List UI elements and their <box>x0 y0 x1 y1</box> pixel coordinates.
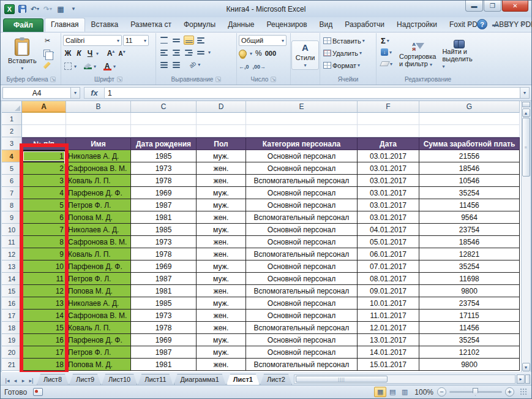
font-name-select[interactable]: Calibri▾ <box>63 35 122 46</box>
table-cell[interactable]: 35254 <box>419 334 520 346</box>
sheet-tab-Лист10[interactable]: Лист10 <box>102 374 137 385</box>
table-cell[interactable]: 1973 <box>131 310 197 322</box>
tab-Вставка[interactable]: Вставка <box>85 18 125 32</box>
table-cell[interactable]: муж. <box>197 346 246 359</box>
scroll-down-icon[interactable]: ▼ <box>522 363 530 371</box>
table-cell[interactable]: Петров Ф. Л. <box>66 273 131 285</box>
column-header-B[interactable]: B <box>66 101 131 113</box>
table-cell[interactable]: 23754 <box>419 224 520 236</box>
row-header-8[interactable]: 8 <box>2 199 22 211</box>
align-middle-button[interactable] <box>171 36 182 45</box>
macro-record-icon[interactable] <box>33 388 43 396</box>
table-cell[interactable]: 9564 <box>419 211 520 224</box>
zoom-out-icon[interactable]: − <box>437 387 446 397</box>
restore-button[interactable]: ❐ <box>484 1 501 12</box>
table-cell[interactable]: Вспомогательный персонал <box>246 175 358 187</box>
row-header-11[interactable]: 11 <box>2 236 22 248</box>
table-cell[interactable]: Парфенов Д. Ф. <box>66 260 131 273</box>
tab-Рецензиров[interactable]: Рецензиров <box>260 18 313 32</box>
table-cell[interactable]: 07.01.2017 <box>358 260 419 273</box>
sheet-tab-Лист11[interactable]: Лист11 <box>138 374 173 385</box>
minimize-button[interactable]: ▬ <box>465 1 483 12</box>
accounting-format-icon[interactable] <box>239 50 247 58</box>
formula-input[interactable]: 1 <box>105 87 520 99</box>
table-cell[interactable]: 1981 <box>131 211 197 224</box>
table-cell[interactable]: 12102 <box>419 346 520 359</box>
table-cell[interactable]: 1973 <box>131 236 197 248</box>
cell[interactable] <box>66 125 131 137</box>
sheet-tab-Лист8[interactable]: Лист8 <box>37 374 69 385</box>
table-cell[interactable]: 3 <box>22 175 66 187</box>
table-cell[interactable]: 1985 <box>131 297 197 310</box>
table-cell[interactable]: Попова М. Д. <box>66 359 131 371</box>
table-cell[interactable]: 10546 <box>419 175 520 187</box>
decrease-indent-button[interactable] <box>159 60 170 69</box>
orientation-icon[interactable]: ab <box>188 60 198 70</box>
column-header-D[interactable]: D <box>197 101 246 113</box>
row-header-1[interactable]: 1 <box>2 113 22 125</box>
row-header-20[interactable]: 20 <box>2 346 22 359</box>
table-cell[interactable]: 13.01.2017 <box>358 334 419 346</box>
row-header-5[interactable]: 5 <box>2 162 22 175</box>
table-cell[interactable]: 16 <box>22 334 66 346</box>
table-cell[interactable]: 11456 <box>419 322 520 334</box>
table-header-cell[interactable]: Категория персонала <box>246 137 358 150</box>
help-icon[interactable]: ? <box>477 19 487 29</box>
table-cell[interactable]: 13 <box>22 297 66 310</box>
table-cell[interactable]: муж. <box>197 150 246 162</box>
row-header-9[interactable]: 9 <box>2 211 22 224</box>
page-break-view-button[interactable]: ▥ <box>399 387 411 397</box>
paste-button[interactable]: Вставить ▾ <box>4 34 41 75</box>
table-cell[interactable]: 06.01.2017 <box>358 248 419 260</box>
dialog-launcher-icon[interactable]: ↘ <box>271 77 276 82</box>
normal-view-button[interactable]: ▦ <box>374 387 386 397</box>
table-cell[interactable]: 17115 <box>419 310 520 322</box>
table-cell[interactable]: жен. <box>197 285 246 297</box>
row-header-6[interactable]: 6 <box>2 175 22 187</box>
scroll-up-icon[interactable]: ▲ <box>522 108 530 117</box>
tab-Надстройки[interactable]: Надстройки <box>391 18 443 32</box>
tab-Данные[interactable]: Данные <box>222 18 260 32</box>
formula-bar-expand-icon[interactable]: ▾ <box>520 87 530 99</box>
align-left-button[interactable] <box>159 48 170 57</box>
cell[interactable] <box>22 113 66 125</box>
cell[interactable] <box>197 125 246 137</box>
last-sheet-icon[interactable]: ▸| <box>28 378 35 384</box>
sheet-tab-Лист2[interactable]: Лист2 <box>260 374 292 385</box>
close-button[interactable]: ✕ <box>502 1 528 12</box>
borders-dropdown-icon[interactable]: ▾ <box>74 64 77 69</box>
table-cell[interactable]: Вспомогательный персонал <box>246 322 358 334</box>
table-cell[interactable]: Основной персонал <box>246 273 358 285</box>
table-header-cell[interactable]: Дата <box>358 137 419 150</box>
wrap-text-button[interactable] <box>196 36 206 45</box>
align-top-button[interactable] <box>159 36 170 45</box>
table-cell[interactable]: 11456 <box>419 199 520 211</box>
row-header-10[interactable]: 10 <box>2 224 22 236</box>
table-header-cell[interactable]: Пол <box>197 137 246 150</box>
table-cell[interactable]: Петров Ф. Л. <box>66 199 131 211</box>
row-header-13[interactable]: 13 <box>2 260 22 273</box>
cell[interactable] <box>419 113 520 125</box>
table-cell[interactable]: 12 <box>22 285 66 297</box>
tab-Разметка ст[interactable]: Разметка ст <box>124 18 178 32</box>
table-cell[interactable]: 03.01.2017 <box>358 162 419 175</box>
page-layout-view-button[interactable]: ▤ <box>386 387 399 397</box>
table-cell[interactable]: 21556 <box>419 150 520 162</box>
fill-color-dropdown-icon[interactable]: ▾ <box>94 64 96 69</box>
align-right-button[interactable] <box>184 48 194 57</box>
table-cell[interactable]: Парфенов Д. Ф. <box>66 334 131 346</box>
column-header-E[interactable]: E <box>246 101 358 113</box>
prev-sheet-icon[interactable]: ◂ <box>12 378 19 384</box>
underline-dropdown-icon[interactable]: ▾ <box>96 51 99 56</box>
name-box-dropdown-icon[interactable]: ▾ <box>71 87 80 99</box>
tab-Формулы[interactable]: Формулы <box>178 18 222 32</box>
table-header-cell[interactable]: Имя <box>66 137 131 150</box>
select-all-corner[interactable] <box>2 101 22 113</box>
table-cell[interactable]: Вспомогательный персонал <box>246 248 358 260</box>
column-header-G[interactable]: G <box>419 101 520 113</box>
cut-button[interactable]: ✂ <box>42 36 55 46</box>
dialog-launcher-icon[interactable]: ↘ <box>117 77 122 82</box>
table-cell[interactable]: 1973 <box>131 162 197 175</box>
table-cell[interactable]: 1987 <box>131 346 197 359</box>
table-header-cell[interactable]: № п/п <box>22 137 66 150</box>
